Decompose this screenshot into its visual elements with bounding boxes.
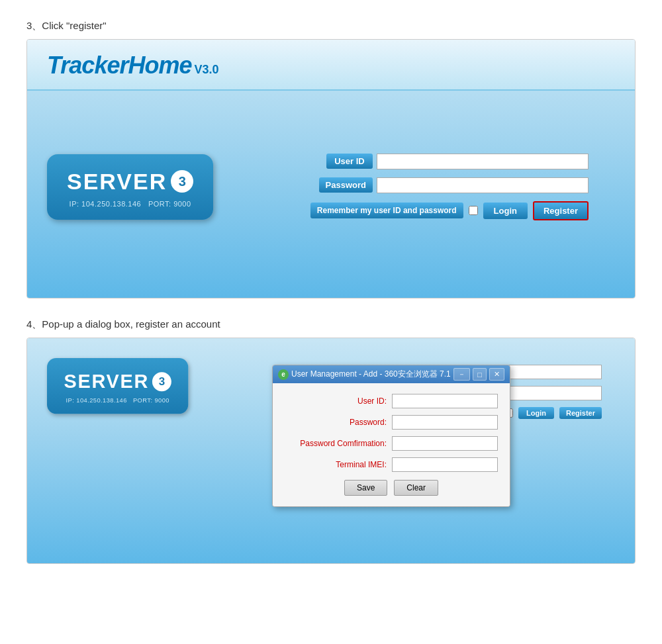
server-badge-title: SERVER 3 xyxy=(67,169,193,195)
register-button-2[interactable]: Register xyxy=(559,407,602,419)
dialog-imei-label: Terminal IMEI: xyxy=(286,460,392,469)
logo-version-text: V3.0 xyxy=(194,63,218,77)
server-number: 3 xyxy=(171,170,193,193)
password-input[interactable] xyxy=(377,177,589,193)
dialog-close-btn[interactable]: ✕ xyxy=(489,368,504,381)
remember-checkbox[interactable] xyxy=(469,206,478,215)
tracker-header: TrackerHome V3.0 xyxy=(27,40,635,91)
tracker-logo: TrackerHome V3.0 xyxy=(47,52,615,79)
password-label: Password xyxy=(319,177,373,193)
dialog-password-label: Password: xyxy=(286,418,392,427)
dialog-box: e User Management - Add - 360安全浏览器 7.1 －… xyxy=(272,365,510,507)
server-ip-2: IP: 104.250.138.146 PORT: 9000 xyxy=(64,397,172,404)
dialog-confirm-row: Password Comfirmation: xyxy=(286,436,496,451)
server-ip: IP: 104.250.138.146 PORT: 9000 xyxy=(67,200,193,208)
dialog-password-input[interactable] xyxy=(392,415,498,430)
server-text: SERVER xyxy=(67,169,167,195)
dialog-icon: e xyxy=(278,369,289,380)
dialog-userid-input[interactable] xyxy=(392,394,498,408)
remember-row: Remember my user ID and password Login R… xyxy=(310,201,589,220)
dialog-userid-row: User ID: xyxy=(286,394,496,408)
dialog-imei-input[interactable] xyxy=(392,457,498,472)
tracker-app-2: e User Management - Add - 360安全浏览器 7.1 －… xyxy=(27,338,635,563)
dialog-titlebar-left: e User Management - Add - 360安全浏览器 7.1 xyxy=(278,369,451,380)
login-form-1: User ID Password Remember my user ID and… xyxy=(213,154,615,220)
dialog-password-row: Password: xyxy=(286,415,496,430)
tracker-app-1: TrackerHome V3.0 SERVER 3 IP: 104.250.13… xyxy=(27,40,635,298)
server-badge-2: SERVER 3 IP: 104.250.138.146 PORT: 9000 xyxy=(47,358,189,414)
userid-input[interactable] xyxy=(377,154,589,169)
tracker-body-1: SERVER 3 IP: 104.250.138.146 PORT: 9000 … xyxy=(27,91,635,283)
dialog-confirm-label: Password Comfirmation: xyxy=(286,439,392,448)
register-button[interactable]: Register xyxy=(533,201,589,220)
dialog-minimize-btn[interactable]: － xyxy=(453,368,470,381)
remember-label: Remember my user ID and password xyxy=(310,203,463,218)
dialog-titlebar-buttons: － □ ✕ xyxy=(453,368,504,381)
server-number-2: 3 xyxy=(152,372,171,391)
dialog-clear-button[interactable]: Clear xyxy=(394,480,438,496)
userid-label: User ID xyxy=(326,154,373,169)
dialog-overlay: e User Management - Add - 360安全浏览器 7.1 －… xyxy=(272,365,510,507)
dialog-titlebar: e User Management - Add - 360安全浏览器 7.1 －… xyxy=(273,365,510,383)
screenshot-panel-1: TrackerHome V3.0 SERVER 3 IP: 104.250.13… xyxy=(26,39,636,299)
dialog-save-button[interactable]: Save xyxy=(344,480,387,496)
server-badge: SERVER 3 IP: 104.250.138.146 PORT: 9000 xyxy=(47,154,213,220)
login-button-2[interactable]: Login xyxy=(518,407,554,419)
dialog-restore-btn[interactable]: □ xyxy=(473,368,487,381)
screenshot-panel-2: e User Management - Add - 360安全浏览器 7.1 －… xyxy=(26,338,636,564)
dialog-userid-label: User ID: xyxy=(286,396,392,406)
server-text-2: SERVER xyxy=(64,371,150,392)
dialog-confirm-input[interactable] xyxy=(392,436,498,451)
login-button[interactable]: Login xyxy=(483,203,528,219)
dialog-imei-row: Terminal IMEI: xyxy=(286,457,496,472)
password-row: Password xyxy=(319,177,589,193)
dialog-title-text: User Management - Add - 360安全浏览器 7.1 xyxy=(291,369,451,380)
step3-label: 3、Click "register" xyxy=(26,20,636,32)
dialog-content: User ID: Password: Password Comfirmation… xyxy=(273,383,510,506)
logo-main-text: TrackerHome xyxy=(47,52,191,79)
dialog-action-buttons: Save Clear xyxy=(286,480,496,496)
server-badge-title-2: SERVER 3 xyxy=(64,371,172,392)
step4-label: 4、Pop-up a dialog box, register an accou… xyxy=(26,318,636,331)
userid-row: User ID xyxy=(326,154,589,169)
